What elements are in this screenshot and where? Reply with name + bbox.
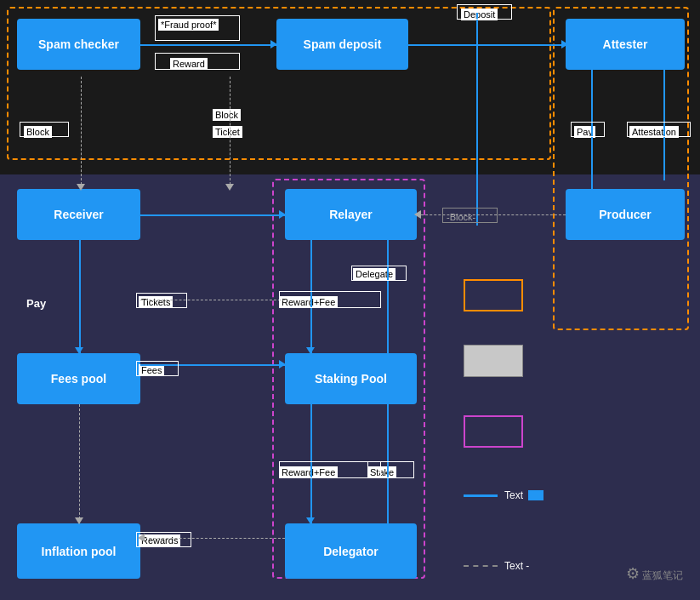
reward-fee-top-box [279,291,381,308]
legend-gray-box [464,345,523,377]
arrowhead-receiver-fees [75,347,83,354]
arrowhead-producer-to-relayer [414,210,421,219]
spam-checker-node: Spam checker [17,19,140,70]
pay-receiver-label: Pay [24,296,48,311]
arrow-block-left-v [81,77,82,189]
legend-purple-box [464,415,523,448]
delegate-box [351,266,407,281]
relayer-node: Relayer [285,189,417,240]
legend-text2: Text - [504,560,529,572]
block-ticket-label: Block [213,109,241,121]
arrow-deposit-down2 [476,13,478,226]
legend-dashed-line [464,565,498,567]
ticket-label: Ticket [213,126,242,138]
producer-node: Producer [566,189,685,240]
legend-text1: Text [504,489,523,501]
arrowhead-staking-delegator [306,517,315,524]
staking-pool-node: Staking Pool [285,353,417,404]
arrowhead-fees [279,360,286,369]
legend-blue-line [464,494,498,497]
arrow-fees-to-inflation [79,404,80,523]
arrow-receiver-to-relayer [140,214,285,216]
fees-box [136,361,179,376]
reward-box [155,53,240,70]
arrow-deposit-to-attester [408,44,566,46]
inflation-pool-node: Inflation pool [17,523,140,579]
attester-node: Attester [566,19,685,70]
attestation-box [627,122,691,137]
receiver-node: Receiver [17,189,140,240]
watermark: ⚙ 蓝狐笔记 [626,564,683,583]
block-box [20,122,69,137]
legend-dashed-line-row: Text - [464,560,529,572]
arrow-spam-checker-to-deposit [140,44,276,46]
arrowhead-block-ticket [225,184,234,191]
delegator-node: Delegator [285,523,417,579]
arrowhead-to-relayer [279,210,286,219]
spam-deposit-node: Spam deposit [276,19,408,70]
rewards-box [136,532,191,547]
deposit-box [457,4,512,20]
arrowhead-relayer-staking [306,347,315,354]
arrowhead-fees-inflation [75,517,83,524]
legend-blue-rect [528,490,543,500]
stake-box [367,461,414,478]
block-side-box [442,208,498,223]
arrowhead-to-spam-deposit [270,40,277,49]
tickets-box [136,293,187,308]
legend-orange-box [464,279,523,311]
arrowhead-block-left [77,184,85,191]
pay-box [571,122,605,137]
arrow-block-ticket-v [230,77,230,189]
legend-blue-line-row: Text [464,489,543,501]
fraud-proof-box [155,15,240,41]
fees-pool-node: Fees pool [17,353,140,404]
arrow-receiver-to-fees [79,240,81,353]
arrowhead-to-attester [561,40,568,49]
reward-fee-bottom-box [279,461,381,478]
